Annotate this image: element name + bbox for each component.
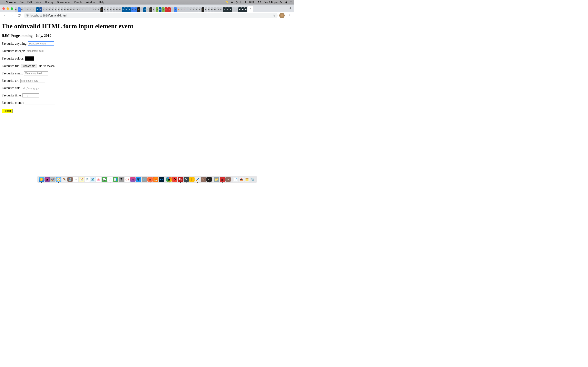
menu-history[interactable]: History [45,1,53,4]
menubar-avast-icon[interactable]: ◉ [231,1,233,4]
tab-pinned[interactable]: ◧ [42,7,45,12]
dock-appstore[interactable]: Ⓐ [136,177,141,182]
url-input[interactable] [20,79,45,83]
dock-chrome[interactable]: ◉ [166,177,172,182]
wifi-icon[interactable] [244,0,247,4]
dock-vscode[interactable]: ᚹ [189,177,195,182]
tab-pinned[interactable]: ◧ [113,7,116,12]
dock-notes[interactable]: 📝 [79,177,84,182]
tab-pinned[interactable]: ◐ [229,7,232,12]
menu-window[interactable]: Window [86,1,95,4]
dock-textedit[interactable]: 📄 [107,177,113,182]
menubar-app-icon[interactable]: 〽️ [225,1,228,4]
tab-pinned[interactable]: ◧ [208,7,210,12]
tab-pinned[interactable]: ◐ [226,7,229,12]
month-input[interactable]: --------- ---- [25,101,55,105]
tab-pinned[interactable]: ◐ [238,7,241,12]
tab-pinned[interactable]: W [128,7,131,12]
dock-dictionary[interactable]: Aa [225,177,231,182]
file-choose-button[interactable]: Choose file [21,64,37,68]
new-tab-button[interactable]: + [287,6,294,12]
chrome-menu-icon[interactable]: ⋮ [286,13,292,18]
dock-itunes[interactable]: ♫ [130,177,136,182]
tab-pinned[interactable]: a [149,7,152,12]
menu-file[interactable]: File [19,1,24,4]
colour-input[interactable] [25,56,34,61]
tab-pinned[interactable]: ◧ [67,7,70,12]
dock-numbers[interactable]: 📊 [113,177,118,182]
dock-folder[interactable]: 📁 [214,177,219,182]
dock-settings[interactable]: ⚙️ [142,177,147,182]
tab-pinned[interactable]: ◐ [223,7,226,12]
tab-pinned[interactable]: ❖ [156,7,158,12]
integer-input[interactable] [26,49,50,53]
tab-pinned[interactable]: M [183,7,186,12]
site-info-icon[interactable]: ⓘ [26,14,29,17]
tab-pinned[interactable]: ✦ [146,7,149,12]
tab-pinned[interactable]: ◧ [195,7,198,12]
menu-people[interactable]: People [74,1,82,4]
tab-pinned[interactable]: ◐ [244,7,247,12]
profile-avatar[interactable] [279,13,285,18]
tab-pinned[interactable]: ◧ [153,7,155,12]
dock-fontbook[interactable]: T [119,177,124,182]
tab-pinned[interactable]: ◧ [104,7,106,12]
tab-pinned[interactable]: ◧ [73,7,76,12]
tab-pinned[interactable]: ▶ [165,7,168,12]
report-button[interactable]: Report [2,109,13,113]
dock-noentry[interactable]: 🚫 [125,177,130,182]
tab-pinned[interactable]: ◧ [189,7,192,12]
tab-active[interactable]: × [247,6,253,12]
dock-opera[interactable]: O [172,177,177,182]
tab-pinned[interactable]: ◧ [116,7,119,12]
tab-pinned[interactable]: a [201,7,204,12]
tab-pinned[interactable]: Σ [39,7,42,12]
dock-mamp[interactable]: M [183,177,189,182]
tab-pinned[interactable]: ◧ [15,7,17,12]
tab-pinned[interactable]: ❖ [162,7,164,12]
tab-pinned[interactable]: ◧ [214,7,217,12]
window-minimize-button[interactable] [7,7,9,10]
window-zoom-button[interactable] [11,7,13,10]
tab-pinned[interactable]: ◧ [70,7,73,12]
tab-pinned[interactable]: ⌘ [76,7,79,12]
menu-edit[interactable]: Edit [27,1,32,4]
dock-maps[interactable]: 🗺️ [90,177,95,182]
bookmark-star-icon[interactable]: ☆ [272,13,275,17]
dock-reminders[interactable]: 📋 [85,177,90,182]
dock-filezilla[interactable]: Fz [178,177,183,182]
dock-safari[interactable]: 🧭 [56,177,61,182]
tab-pinned[interactable]: ● [174,7,177,12]
tab-pinned[interactable]: ◧ [97,7,100,12]
tab-pinned[interactable]: ◧ [232,7,235,12]
dock-photoshop[interactable]: PS [159,177,164,182]
tab-pinned[interactable]: ◧ [107,7,109,12]
back-button[interactable] [2,13,7,18]
tab-pinned[interactable]: G [24,7,27,12]
forward-button[interactable] [9,13,15,18]
tab-pinned[interactable]: W [122,7,125,12]
tab-pinned[interactable]: ◧ [45,7,48,12]
tab-pinned[interactable]: G [140,7,143,12]
email-input[interactable] [24,71,48,75]
tab-pinned[interactable]: ◧ [33,7,36,12]
tab-pinned[interactable]: a [137,7,140,12]
dock-launchpad[interactable]: 🚀 [50,177,56,182]
tab-pinned[interactable]: ✓ [88,7,91,12]
tab-pinned[interactable]: ● [134,7,137,12]
dock-siri[interactable]: ◉ [44,177,50,182]
menu-view[interactable]: View [35,1,41,4]
tab-pinned[interactable]: ⎔ [91,7,94,12]
tab-pinned[interactable]: ❖ [217,7,220,12]
close-tab-icon[interactable]: × [250,7,251,10]
menu-bookmarks[interactable]: Bookmarks [57,1,70,4]
dock-avast[interactable]: a [147,177,153,182]
tab-pinned[interactable]: ◧ [54,7,57,12]
dock-finder[interactable]: 😊 [39,177,44,182]
tab-pinned[interactable]: ◧ [85,7,88,12]
tab-pinned[interactable]: ◧ [94,7,97,12]
tab-pinned[interactable]: ◧ [110,7,112,12]
tab-pinned[interactable]: ≡ [171,7,174,12]
tab-pinned[interactable]: ◧ [30,7,33,12]
menubar-app-name[interactable]: Chrome [6,1,16,4]
